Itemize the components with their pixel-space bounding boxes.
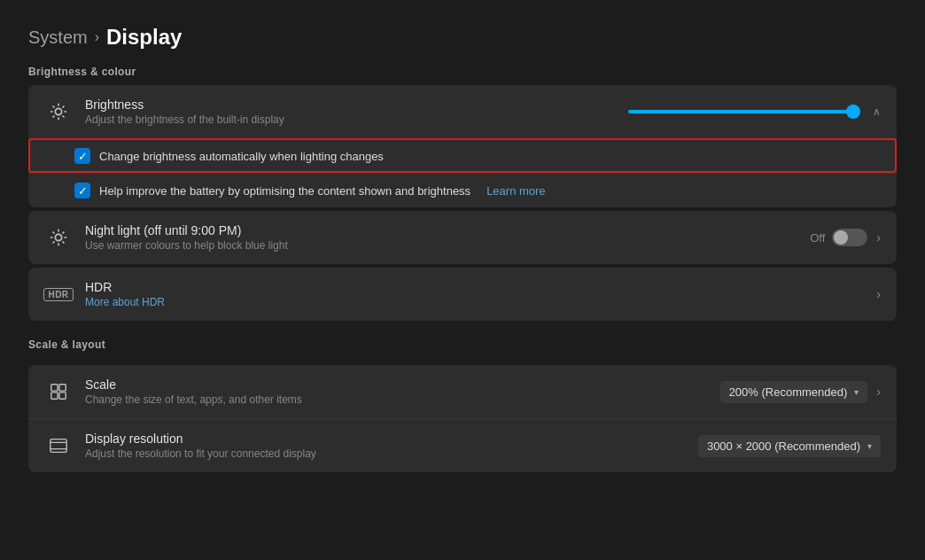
hdr-icon-container: HDR: [44, 280, 73, 308]
svg-line-17: [63, 232, 65, 234]
svg-point-9: [55, 234, 61, 240]
svg-rect-18: [51, 385, 58, 391]
brightness-row[interactable]: Brightness Adjust the brightness of the …: [28, 85, 897, 138]
scale-dropdown[interactable]: 200% (Recommended) ▾: [720, 381, 868, 403]
svg-line-15: [63, 242, 65, 244]
hdr-card: HDR HDR More about HDR ›: [28, 268, 897, 321]
resolution-icon: [49, 436, 68, 455]
breadcrumb-system[interactable]: System: [28, 27, 88, 48]
night-light-subtitle: Use warmer colours to help block blue li…: [85, 239, 810, 252]
breadcrumb-chevron: ›: [95, 29, 99, 45]
resolution-text: Display resolution Adjust the resolution…: [85, 432, 698, 460]
night-light-icon: [49, 228, 68, 247]
night-light-icon-container: [44, 223, 73, 252]
toggle-track[interactable]: [832, 229, 867, 246]
breadcrumb: System › Display: [28, 25, 897, 50]
battery-help-row[interactable]: ✓ Help improve the battery by optimising…: [28, 173, 897, 207]
checkmark-icon-2: ✓: [78, 185, 88, 197]
resolution-right: 3000 × 2000 (Recommended) ▾: [698, 435, 881, 457]
scale-title: Scale: [85, 377, 720, 392]
hdr-badge: HDR: [43, 288, 73, 301]
brightness-controls: ∧: [628, 105, 881, 118]
svg-line-14: [53, 232, 55, 234]
scale-icon-container: [44, 377, 73, 406]
scale-dropdown-arrow-icon: ▾: [854, 387, 859, 397]
resolution-row[interactable]: Display resolution Adjust the resolution…: [28, 418, 897, 472]
night-light-title: Night light (off until 9:00 PM): [85, 223, 810, 237]
scale-chevron-icon[interactable]: ›: [876, 385, 881, 399]
battery-help-checkbox[interactable]: ✓: [74, 183, 90, 198]
checkmark-icon: ✓: [78, 151, 88, 162]
toggle-off-label: Off: [810, 231, 825, 245]
learn-more-link[interactable]: Learn more: [486, 184, 545, 198]
svg-line-7: [53, 116, 55, 118]
hdr-title: HDR: [85, 280, 876, 294]
section-label-brightness: Brightness & colour: [28, 66, 897, 78]
svg-line-5: [53, 106, 55, 108]
svg-rect-20: [51, 393, 58, 399]
auto-brightness-checkbox[interactable]: ✓: [74, 148, 90, 164]
scale-icon: [49, 382, 68, 401]
night-light-toggle[interactable]: Off: [810, 229, 867, 246]
resolution-value: 3000 × 2000 (Recommended): [707, 439, 860, 453]
svg-line-6: [63, 116, 65, 118]
brightness-card: Brightness Adjust the brightness of the …: [28, 85, 897, 207]
svg-rect-22: [51, 439, 66, 453]
hdr-row[interactable]: HDR HDR More about HDR ›: [28, 268, 897, 321]
auto-brightness-row[interactable]: ✓ Change brightness automatically when l…: [28, 138, 897, 173]
resolution-dropdown[interactable]: 3000 × 2000 (Recommended) ▾: [698, 435, 881, 457]
page-title: Display: [106, 25, 182, 50]
sun-icon: [49, 102, 68, 121]
svg-point-0: [55, 108, 61, 114]
scale-layout-card: Scale Change the size of text, apps, and…: [28, 365, 897, 472]
svg-line-8: [63, 106, 65, 108]
brightness-icon-container: [44, 97, 73, 126]
svg-rect-19: [59, 385, 66, 391]
scale-subtitle: Change the size of text, apps, and other…: [85, 393, 720, 406]
section-label-scale: Scale & layout: [28, 338, 897, 351]
hdr-text: HDR More about HDR: [85, 280, 876, 308]
brightness-title: Brightness: [85, 97, 628, 112]
night-light-row[interactable]: Night light (off until 9:00 PM) Use warm…: [28, 211, 897, 264]
hdr-right: ›: [876, 287, 881, 301]
scale-right: 200% (Recommended) ▾ ›: [720, 381, 881, 403]
hdr-chevron-icon[interactable]: ›: [876, 287, 881, 301]
scale-text: Scale Change the size of text, apps, and…: [85, 377, 720, 406]
brightness-slider[interactable]: [628, 110, 859, 113]
hdr-link[interactable]: More about HDR: [85, 296, 876, 308]
resolution-dropdown-arrow-icon: ▾: [867, 441, 872, 451]
svg-rect-21: [59, 393, 66, 399]
night-light-card: Night light (off until 9:00 PM) Use warm…: [28, 211, 897, 264]
resolution-icon-container: [44, 432, 73, 460]
brightness-subtitle: Adjust the brightness of the built-in di…: [85, 113, 628, 126]
night-light-controls: Off ›: [810, 229, 881, 246]
battery-help-label: Help improve the battery by optimising t…: [99, 184, 470, 198]
toggle-thumb: [834, 230, 848, 245]
night-light-text: Night light (off until 9:00 PM) Use warm…: [85, 223, 810, 252]
resolution-subtitle: Adjust the resolution to fit your connec…: [85, 447, 698, 460]
resolution-title: Display resolution: [85, 432, 698, 446]
svg-line-16: [53, 242, 55, 244]
auto-brightness-label: Change brightness automatically when lig…: [99, 150, 384, 163]
scale-row[interactable]: Scale Change the size of text, apps, and…: [28, 365, 897, 418]
brightness-collapse-icon[interactable]: ∧: [873, 105, 881, 118]
scale-value: 200% (Recommended): [729, 385, 848, 399]
night-light-chevron-icon[interactable]: ›: [876, 230, 881, 245]
brightness-thumb[interactable]: [846, 105, 860, 119]
brightness-text: Brightness Adjust the brightness of the …: [85, 97, 628, 126]
